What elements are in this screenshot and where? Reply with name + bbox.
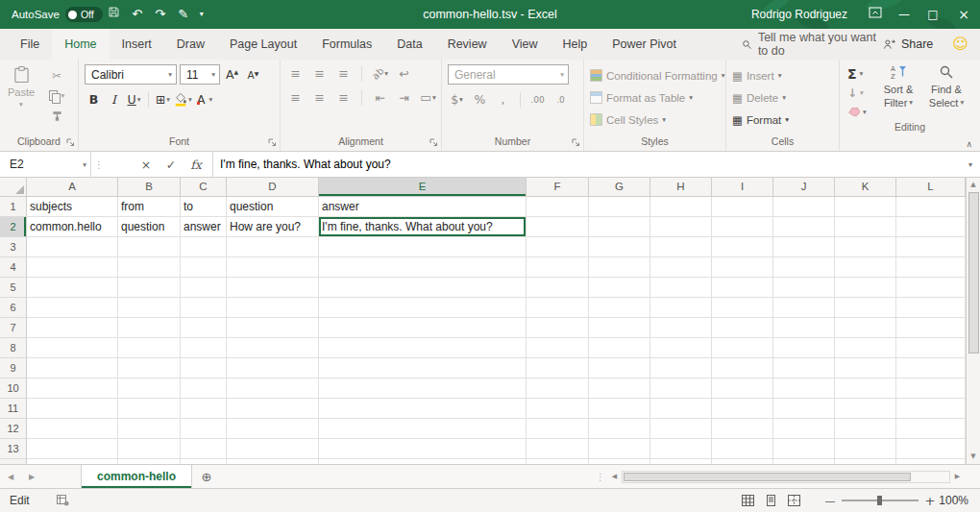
row-header-6[interactable]: 6 — [0, 298, 27, 318]
align-right-button[interactable]: ≡ — [334, 88, 353, 107]
row-header-8[interactable]: 8 — [0, 338, 27, 358]
cell-H9[interactable] — [650, 358, 712, 378]
bold-button[interactable]: B — [85, 90, 103, 109]
cell-K12[interactable] — [835, 419, 896, 439]
cell-B2[interactable]: question — [118, 217, 181, 237]
cell-A7[interactable] — [27, 318, 118, 338]
cell-E10[interactable] — [319, 378, 527, 399]
cell-C3[interactable] — [181, 237, 227, 257]
number-format-select[interactable]: General▾ — [448, 64, 569, 85]
horizontal-scrollbar[interactable]: ◀ ▶ — [607, 465, 965, 488]
cell-H2[interactable] — [650, 217, 712, 237]
cell-G1[interactable] — [589, 197, 650, 217]
cell-styles-button[interactable]: Cell Styles▾ — [584, 109, 725, 131]
cell-B3[interactable] — [118, 237, 181, 257]
cell-F9[interactable] — [527, 358, 589, 378]
cell-G11[interactable] — [589, 399, 650, 419]
cell-J12[interactable] — [773, 419, 835, 439]
cell-E12[interactable] — [319, 419, 527, 439]
close-button[interactable]: × — [947, 0, 980, 29]
merge-center-button[interactable]: ▭▾ — [419, 88, 437, 107]
font-size-select[interactable]: 11▾ — [180, 64, 220, 85]
cell-D6[interactable] — [227, 298, 319, 318]
accounting-format-button[interactable]: $▾ — [448, 90, 466, 109]
tell-me-search[interactable]: Tell me what you want to do — [742, 31, 883, 58]
cell-L8[interactable] — [896, 338, 966, 358]
row-header-3[interactable]: 3 — [0, 237, 27, 257]
cell-I2[interactable] — [712, 217, 773, 237]
copy-button[interactable]: ▾ — [44, 87, 69, 104]
feedback-smiley-button[interactable]: ☺ — [952, 30, 968, 59]
formula-bar-resize-handle[interactable]: ⋮ — [91, 152, 107, 177]
cell-E11[interactable] — [319, 399, 527, 419]
minimize-button[interactable]: — — [890, 0, 919, 29]
tab-file[interactable]: File — [8, 29, 52, 60]
cell-F11[interactable] — [527, 399, 589, 419]
font-dialog-launcher[interactable] — [268, 138, 277, 147]
cell-F8[interactable] — [527, 338, 589, 358]
cell-L9[interactable] — [896, 358, 966, 378]
cell-C6[interactable] — [181, 298, 227, 318]
zoom-level[interactable]: 100% — [938, 494, 980, 507]
zoom-in-button[interactable]: + — [922, 494, 938, 508]
cell-E3[interactable] — [319, 237, 527, 257]
cell-I10[interactable] — [712, 378, 773, 399]
cell-L4[interactable] — [896, 257, 966, 278]
cell-I11[interactable] — [712, 399, 773, 419]
cell-D13[interactable] — [227, 439, 319, 459]
cell-C12[interactable] — [181, 419, 227, 439]
cell-A5[interactable] — [27, 278, 118, 298]
cell-J13[interactable] — [773, 439, 835, 459]
cell-I5[interactable] — [712, 278, 773, 298]
cell-K7[interactable] — [835, 318, 896, 338]
column-header-D[interactable]: D — [227, 178, 319, 197]
cell-H3[interactable] — [650, 237, 712, 257]
cell-B4[interactable] — [118, 257, 181, 278]
enter-button[interactable]: ✓ — [159, 158, 184, 172]
cell-L1[interactable] — [896, 197, 966, 217]
cell-F6[interactable] — [527, 298, 589, 318]
borders-button[interactable]: ⊞▾ — [154, 90, 172, 109]
cell-J8[interactable] — [773, 338, 835, 358]
cell-F5[interactable] — [527, 278, 589, 298]
orientation-button[interactable]: ab▾ — [371, 64, 389, 83]
cell-E5[interactable] — [319, 278, 527, 298]
cell-J4[interactable] — [773, 257, 835, 278]
cell-B8[interactable] — [118, 338, 181, 358]
cell-E1[interactable]: answer — [319, 197, 527, 217]
cell-E6[interactable] — [319, 298, 527, 318]
cell-J5[interactable] — [773, 278, 835, 298]
tab-insert[interactable]: Insert — [110, 29, 164, 60]
next-sheet-button[interactable]: ▶ — [21, 465, 42, 488]
cell-D9[interactable] — [227, 358, 319, 378]
cell-D5[interactable] — [227, 278, 319, 298]
tab-view[interactable]: View — [500, 29, 551, 60]
cell-A3[interactable] — [27, 237, 118, 257]
cell-H10[interactable] — [650, 378, 712, 399]
tab-page-layout[interactable]: Page Layout — [217, 29, 309, 60]
column-header-E[interactable]: E — [319, 178, 527, 197]
cell-I1[interactable] — [712, 197, 773, 217]
zoom-slider[interactable] — [842, 500, 919, 501]
cell-D2[interactable]: How are you? — [227, 217, 319, 237]
cell-I6[interactable] — [712, 298, 773, 318]
cell-A1[interactable]: subjects — [27, 197, 118, 217]
comma-style-button[interactable]: , — [494, 90, 512, 109]
cell-B10[interactable] — [118, 378, 181, 399]
cell-B12[interactable] — [118, 419, 181, 439]
cell-K13[interactable] — [835, 439, 896, 459]
find-select-button[interactable]: Find & Select▾ — [922, 60, 970, 120]
cell-F10[interactable] — [527, 378, 589, 399]
ribbon-display-options-button[interactable] — [861, 0, 890, 29]
cell-I3[interactable] — [712, 237, 773, 257]
cell-C10[interactable] — [181, 378, 227, 399]
collapse-ribbon-button[interactable]: ∧ — [966, 139, 972, 149]
cell-I9[interactable] — [712, 358, 773, 378]
previous-sheet-button[interactable]: ◀ — [0, 465, 21, 488]
cell-D3[interactable] — [227, 237, 319, 257]
cell-A9[interactable] — [27, 358, 118, 378]
cell-I13[interactable] — [712, 439, 773, 459]
cell-L12[interactable] — [896, 419, 966, 439]
redo-button[interactable]: ↷ — [149, 0, 172, 29]
cell-F2[interactable] — [527, 217, 589, 237]
